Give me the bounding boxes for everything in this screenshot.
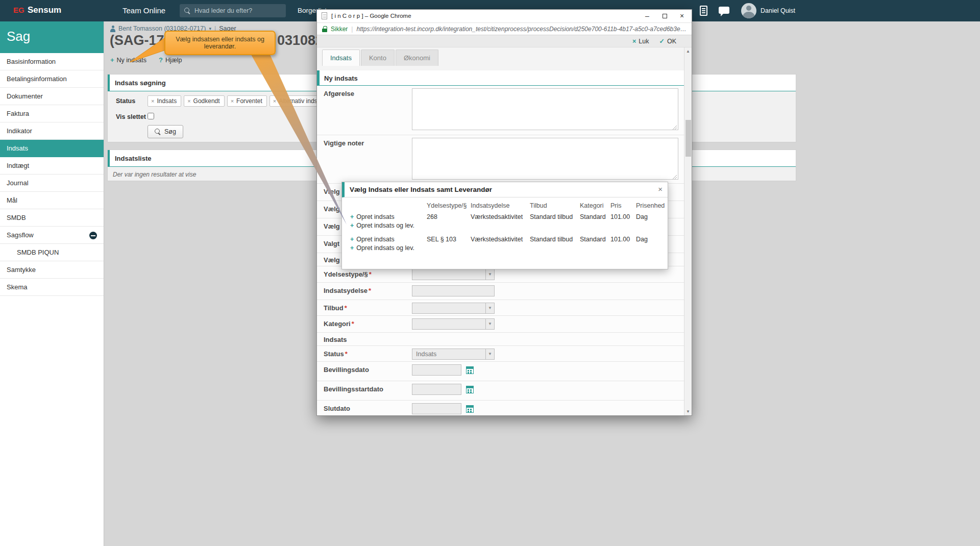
section-title: Vælg: [324, 256, 340, 264]
kategori-row: Kategori* ▼: [317, 316, 684, 333]
tilbud-select[interactable]: ▼: [412, 303, 495, 314]
tooltip-text: Vælg indsatsen eller indsats og leverand…: [176, 36, 264, 50]
remove-chip-icon[interactable]: ×: [187, 98, 190, 104]
ydelsestype-select[interactable]: ▼: [412, 269, 495, 280]
status-chip[interactable]: ×Indsats: [148, 95, 181, 107]
scrollbar-thumb[interactable]: [685, 120, 691, 157]
calendar-icon[interactable]: [466, 366, 474, 374]
plus-icon: +: [110, 56, 114, 64]
sidebar-item-indsats[interactable]: Indsats: [0, 140, 104, 157]
remove-chip-icon[interactable]: ×: [151, 98, 154, 104]
chrome-body: × Luk ✓ OK Indsats Konto Økonomi Ny inds…: [317, 35, 692, 415]
calendar-icon[interactable]: [466, 405, 474, 413]
search-icon: [155, 129, 161, 135]
chip-label: Godkendt: [193, 97, 220, 105]
sidebar-item-dokumenter[interactable]: Dokumenter: [0, 88, 104, 105]
sidebar-item-indtaegt[interactable]: Indtægt: [0, 157, 104, 175]
tab-konto[interactable]: Konto: [361, 49, 395, 66]
sidebar-item-betalingsinformation[interactable]: Betalingsinformation: [0, 70, 104, 88]
kategori-select[interactable]: ▼: [412, 318, 495, 330]
indsatsydelse-input[interactable]: [412, 285, 495, 296]
eg-logo: EG: [13, 6, 24, 14]
close-button[interactable]: ×: [673, 10, 691, 22]
sidebar-item-samtykke[interactable]: Samtykke: [0, 261, 104, 279]
bevillingsdato-input[interactable]: [412, 364, 461, 376]
required-mark: *: [369, 270, 372, 278]
row-actions: +Opret indsats +Opret indsats og lev.: [350, 213, 427, 231]
tab-indsats[interactable]: Indsats: [322, 49, 360, 66]
sidebar-item-indikator[interactable]: Indikator: [0, 122, 104, 140]
secure-label: Sikker: [331, 26, 348, 33]
soeg-button[interactable]: Søg: [148, 125, 183, 138]
sidebar-item-smdb-piqun[interactable]: SMDB PIQUN: [0, 244, 104, 261]
chat-icon[interactable]: [719, 7, 729, 14]
window-controls: – ×: [639, 10, 691, 22]
hjaelp-label: Hjælp: [165, 57, 182, 64]
indsatsydelse-label: Indsatsydelse*: [324, 287, 371, 294]
indsatsydelse-row: Indsatsydelse*: [317, 283, 684, 300]
sidebar-item-sagsflow[interactable]: Sagsflow: [0, 227, 104, 244]
sidebar-item-label: Mål: [7, 196, 17, 204]
afgorelse-textarea[interactable]: [412, 88, 678, 130]
bevillingsstartdato-input[interactable]: [412, 384, 461, 395]
opret-indsats-og-lev-link[interactable]: +Opret indsats og lev.: [350, 244, 427, 252]
lock-icon[interactable]: [322, 26, 327, 32]
scroll-down-arrow[interactable]: ▼: [684, 409, 692, 414]
cell-indsatsydelse: Værkstedsaktivitet: [471, 213, 530, 220]
status-select[interactable]: Indsats▼: [412, 349, 495, 360]
maximize-button[interactable]: [656, 10, 673, 22]
opret-indsats-link[interactable]: +Opret indsats: [350, 213, 427, 220]
remove-chip-icon[interactable]: ×: [231, 98, 234, 104]
chevron-down-icon: ▼: [485, 303, 494, 313]
global-search[interactable]: [180, 4, 286, 17]
sidebar-item-basisinformation[interactable]: Basisinformation: [0, 53, 104, 70]
sidebar-item-maal[interactable]: Mål: [0, 192, 104, 209]
sidebar-item-label: SMDB PIQUN: [17, 249, 59, 256]
search-input[interactable]: [194, 7, 281, 14]
status-chip[interactable]: ×Godkendt: [184, 95, 224, 107]
status-value: Indsats: [416, 351, 436, 358]
sidebar: Sag Basisinformation Betalingsinformatio…: [0, 21, 104, 546]
maximize-icon: [663, 14, 667, 18]
document-icon[interactable]: [700, 6, 707, 16]
kategori-label: Kategori*: [324, 320, 354, 328]
chevron-down-icon: ▼: [485, 269, 494, 280]
ny-indsats-button[interactable]: + Ny indsats: [110, 56, 146, 64]
sidebar-item-journal[interactable]: Journal: [0, 175, 104, 192]
slutdato-input[interactable]: [412, 403, 461, 414]
vigtige-noter-textarea[interactable]: [412, 138, 678, 180]
cell-ydelsestype: 268: [427, 213, 471, 220]
opret-indsats-og-lev-link[interactable]: +Opret indsats og lev.: [350, 222, 427, 229]
url-text[interactable]: https://integration-test.incorp.dk/integ…: [356, 26, 687, 33]
ok-button[interactable]: ✓ OK: [659, 37, 676, 45]
modal-close-icon[interactable]: ×: [658, 185, 663, 193]
status-chip[interactable]: ×Forventet: [227, 95, 267, 107]
chrome-titlebar[interactable]: [ i n C o r p ] – Google Chrome – ×: [317, 10, 692, 23]
link-label: Opret indsats: [356, 236, 394, 243]
scroll-up-arrow[interactable]: ▲: [684, 49, 692, 54]
calendar-icon[interactable]: [466, 386, 474, 393]
sidebar-item-label: Indsats: [7, 144, 28, 152]
user-name[interactable]: Daniel Quist: [761, 7, 795, 14]
plus-icon: +: [350, 213, 354, 220]
ny-indsats-label: Ny indsats: [117, 57, 146, 64]
opret-indsats-link[interactable]: +Opret indsats: [350, 236, 427, 243]
luk-label: Luk: [639, 38, 649, 45]
sidebar-item-skema[interactable]: Skema: [0, 279, 104, 296]
vis-slettet-checkbox[interactable]: [148, 113, 154, 119]
row-actions: +Opret indsats +Opret indsats og lev.: [350, 236, 427, 253]
vigtige-noter-row: Vigtige noter: [317, 135, 684, 184]
cell-tilbud: Standard tilbud: [530, 213, 580, 220]
sidebar-nav: Basisinformation Betalingsinformation Do…: [0, 53, 104, 296]
avatar[interactable]: [741, 3, 756, 18]
hjaelp-button[interactable]: ? Hjælp: [159, 56, 182, 64]
luk-button[interactable]: × Luk: [632, 38, 649, 45]
tab-okonomi[interactable]: Økonomi: [396, 49, 438, 66]
sidebar-item-faktura[interactable]: Faktura: [0, 105, 104, 122]
sidebar-item-smdb[interactable]: SMDB: [0, 209, 104, 227]
minimize-button[interactable]: –: [639, 10, 656, 22]
ok-label: OK: [667, 38, 676, 45]
sidebar-item-label: Sagsflow: [7, 231, 34, 239]
remove-chip-icon[interactable]: ×: [273, 98, 276, 104]
sidebar-item-label: Betalingsinformation: [7, 75, 67, 83]
